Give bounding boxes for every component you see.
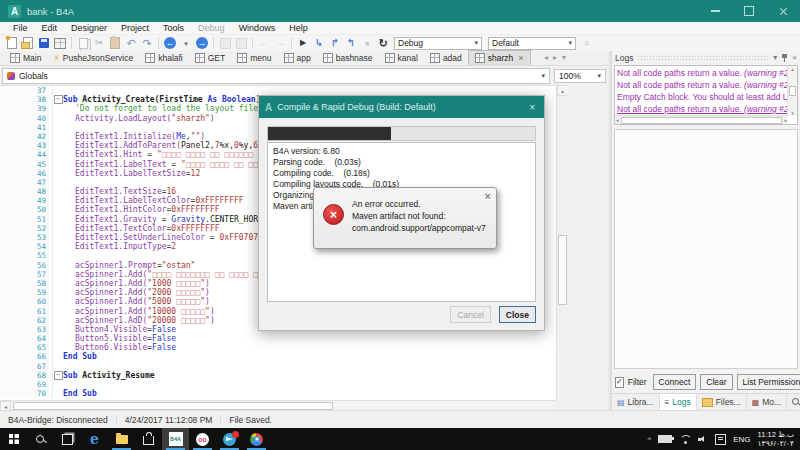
panel-drag-grip[interactable]: [637, 55, 769, 60]
comment-button[interactable]: [217, 36, 233, 50]
new-button[interactable]: [4, 36, 20, 50]
battery-icon[interactable]: [658, 435, 672, 443]
close-button[interactable]: [766, 0, 800, 22]
taskbar-file-explorer-app[interactable]: [108, 428, 135, 450]
warnings-horizontal-scrollbar[interactable]: ◂ ▸: [615, 115, 788, 124]
logs-panel-header[interactable]: Logs ▾ ×: [612, 51, 800, 64]
connect-button[interactable]: Connect: [653, 374, 697, 390]
tab-list-dropdown-icon[interactable]: ▾: [562, 53, 566, 62]
tab-adad[interactable]: adad: [424, 51, 468, 65]
vertical-scroll-thumb[interactable]: [558, 235, 567, 305]
scroll-left-icon[interactable]: ◂: [616, 117, 619, 123]
warnings-list[interactable]: Not all code paths return a value. (warn…: [614, 65, 798, 125]
taskbar-edge-app[interactable]: e: [81, 428, 108, 450]
close-button[interactable]: Close: [499, 306, 536, 323]
clock[interactable]: 11:12 ب.ظ ۱۳۹۶/۰۲/۰۴: [758, 430, 794, 448]
tab-sharzh[interactable]: sharzh×: [468, 50, 531, 65]
maximize-button[interactable]: [732, 0, 766, 22]
step-into-button[interactable]: ↳: [311, 36, 327, 50]
paste-button[interactable]: [107, 36, 123, 50]
clear-button[interactable]: Clear: [700, 374, 732, 390]
tab-khalafi[interactable]: khalafi: [139, 51, 189, 65]
taskbar-oo-app[interactable]: oo: [189, 428, 216, 450]
scroll-up-icon[interactable]: ▴: [791, 66, 794, 72]
panel-tab-files[interactable]: Files...: [697, 394, 747, 410]
taskbar-start-button[interactable]: [0, 428, 27, 450]
menu-designer[interactable]: Designer: [64, 23, 114, 33]
back-history-dropdown[interactable]: ▾: [178, 36, 194, 50]
panel-tab-quic[interactable]: Quic...: [787, 394, 800, 410]
wifi-icon[interactable]: [679, 435, 691, 444]
tab-bashnase[interactable]: bashnase: [317, 51, 379, 65]
minimize-button[interactable]: [698, 0, 732, 22]
more-tools-button[interactable]: ≡: [579, 36, 595, 50]
volume-icon[interactable]: [698, 435, 708, 444]
tab-main[interactable]: Main: [4, 51, 47, 65]
taskbar-task-view-button[interactable]: [54, 428, 81, 450]
build-config-combo[interactable]: Default▾: [488, 37, 576, 50]
region-dropdown[interactable]: Globals ▾: [2, 68, 550, 84]
menu-tools[interactable]: Tools: [156, 23, 191, 33]
fold-marker[interactable]: [53, 95, 63, 104]
list-permissions-button[interactable]: List Permissions: [737, 374, 800, 390]
scroll-down-icon[interactable]: ▾: [791, 110, 794, 116]
tab-get[interactable]: GET: [189, 51, 231, 65]
log-entry[interactable]: Not all code paths return a value. (warn…: [617, 103, 787, 115]
menu-project[interactable]: Project: [114, 23, 156, 33]
tab-menu[interactable]: menu: [231, 51, 277, 65]
taskbar-telegram-app[interactable]: [216, 428, 243, 450]
fold-marker[interactable]: [53, 371, 63, 380]
scroll-thumb[interactable]: [789, 86, 796, 96]
tab-close-icon[interactable]: ×: [518, 53, 523, 63]
taskbar-b4a-app[interactable]: B4A: [162, 428, 189, 450]
menu-debug[interactable]: Debug: [191, 23, 232, 33]
log-entry[interactable]: Not all code paths return a value. (warn…: [617, 79, 787, 91]
debug-mode-combo[interactable]: Debug▾: [394, 37, 482, 50]
taskbar-store-app[interactable]: [135, 428, 162, 450]
log-output-panel[interactable]: [614, 129, 798, 369]
tab-scroll-right-icon[interactable]: ▸: [553, 53, 557, 62]
scroll-right-icon[interactable]: ▸: [784, 117, 787, 123]
forward-button[interactable]: →: [194, 36, 210, 50]
taskbar-search-button[interactable]: [27, 428, 54, 450]
log-entry[interactable]: Empty Catch block. You should at least a…: [617, 91, 787, 103]
pause-button[interactable]: ■: [359, 36, 375, 50]
export-button[interactable]: [52, 36, 68, 50]
tab-app[interactable]: app: [278, 51, 317, 65]
zoom-dropdown[interactable]: 100% ▾: [554, 69, 606, 83]
rebuild-button[interactable]: ↻: [375, 36, 391, 50]
pin-icon[interactable]: [781, 53, 788, 62]
panel-tab-logs[interactable]: ≡Logs: [660, 394, 697, 410]
tab-scroll-left-icon[interactable]: ◂: [544, 53, 548, 62]
panel-close-icon[interactable]: ×: [792, 53, 797, 62]
indent-button[interactable]: →: [272, 36, 288, 50]
run-button[interactable]: ▶: [295, 36, 311, 50]
outdent-button[interactable]: ←: [256, 36, 272, 50]
save-button[interactable]: [36, 36, 52, 50]
uncomment-button[interactable]: [233, 36, 249, 50]
panel-tab-libra[interactable]: ▤Libra...: [612, 394, 660, 410]
warnings-vertical-scrollbar[interactable]: ▴ ▾: [787, 66, 797, 116]
tray-overflow-icon[interactable]: ^: [647, 435, 651, 444]
redo-button[interactable]: ↷: [139, 36, 155, 50]
cut-button[interactable]: ✂: [91, 36, 107, 50]
menu-file[interactable]: File: [6, 23, 35, 33]
menu-edit[interactable]: Edit: [35, 23, 65, 33]
tab-pushejsonservice[interactable]: ⚡PusheJsonService: [47, 51, 139, 65]
open-button[interactable]: [20, 36, 36, 50]
copy-button[interactable]: [75, 36, 91, 50]
horizontal-scroll-thumb[interactable]: [13, 402, 333, 410]
step-over-button[interactable]: ↱: [327, 36, 343, 50]
scroll-thumb[interactable]: [621, 117, 783, 124]
action-center-icon[interactable]: [715, 434, 726, 445]
step-out-button[interactable]: ↰: [343, 36, 359, 50]
log-entry[interactable]: Not all code paths return a value. (warn…: [617, 67, 787, 79]
filter-checkbox[interactable]: ✓: [615, 377, 624, 388]
menu-help[interactable]: Help: [282, 23, 315, 33]
undo-button[interactable]: ↶: [123, 36, 139, 50]
tab-kanal[interactable]: kanal: [379, 51, 424, 65]
dialog-titlebar[interactable]: A Compile & Rapid Debug (Build: Default)…: [259, 96, 544, 118]
panel-menu-icon[interactable]: ▾: [773, 53, 777, 62]
menu-windows[interactable]: Windows: [232, 23, 283, 33]
language-indicator[interactable]: ENG: [733, 435, 750, 444]
